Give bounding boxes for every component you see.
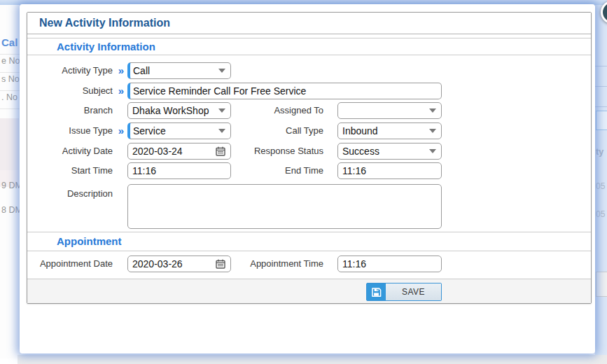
dropdown-arrow-icon [218, 69, 225, 73]
background-table-right-fragment: ty 05 05 [595, 5, 607, 355]
background-cell: 05 [596, 181, 605, 191]
background-footer-band [18, 355, 607, 364]
new-activity-dialog: New Activity Information Activity Inform… [27, 12, 592, 304]
activity-date-label: Activity Date [27, 143, 113, 160]
end-time-label: End Time [209, 162, 323, 179]
dropdown-arrow-icon [429, 129, 436, 133]
dialog-title: New Activity Information [39, 13, 170, 34]
call-type-label: Call Type [209, 122, 323, 139]
appointment-time-input[interactable] [337, 255, 442, 272]
background-column-header: Cal [1, 36, 18, 48]
background-table-left-fragment: Cal e No s No . No 9 DM 8 DM [0, 5, 20, 358]
background-cell: s No [1, 74, 20, 84]
end-time-input[interactable] [337, 162, 442, 179]
save-button[interactable]: SAVE [366, 283, 442, 301]
section-activity-information: Activity Information [27, 38, 591, 55]
modal-overlay-panel: New Activity Information Activity Inform… [20, 4, 595, 354]
appointment-date-label: Appointment Date [27, 255, 113, 272]
response-status-value: Success [342, 146, 425, 157]
branch-value: Dhaka WorkShop [132, 105, 214, 116]
dropdown-arrow-icon [429, 149, 436, 153]
background-column-header: ty [596, 147, 603, 157]
dialog-footer: SAVE [27, 279, 591, 303]
description-label: Description [27, 186, 113, 202]
required-marker-icon: » [116, 62, 127, 79]
background-table-row-band [0, 118, 19, 170]
required-marker-icon: » [116, 83, 127, 99]
subject-input[interactable] [127, 83, 442, 99]
activity-date-value: 2020-03-24 [132, 146, 211, 157]
start-time-label: Start Time [27, 162, 113, 179]
appointment-time-label: Appointment Time [209, 255, 323, 272]
required-marker-icon: » [116, 122, 127, 139]
activity-type-value: Call [133, 65, 214, 76]
background-cell: 05 [596, 209, 605, 219]
response-status-select[interactable]: Success [337, 143, 442, 160]
call-type-value: Inbound [342, 125, 425, 136]
issue-type-label: Issue Type [27, 122, 113, 139]
call-type-select[interactable]: Inbound [337, 122, 442, 139]
description-textarea[interactable] [127, 184, 442, 229]
activity-type-select[interactable]: Call [127, 62, 231, 79]
background-cell: . No [1, 92, 18, 102]
background-input-fragment [596, 111, 607, 130]
save-button-label: SAVE [386, 284, 441, 300]
branch-label: Branch [27, 102, 113, 119]
section-activity-information-title: Activity Information [57, 38, 155, 55]
activity-type-label: Activity Type [27, 62, 113, 79]
background-cell: e No [1, 56, 20, 66]
assigned-to-select[interactable] [337, 102, 442, 119]
page: { "dialog": { "title": "New Activity Inf… [0, 0, 607, 364]
response-status-label: Response Status [209, 143, 323, 160]
dialog-title-bar: New Activity Information [27, 13, 591, 34]
subject-label: Subject [27, 83, 113, 99]
issue-type-value: Service [133, 125, 214, 136]
appointment-date-value: 2020-03-26 [132, 258, 211, 270]
background-button-fragment [596, 272, 607, 297]
dropdown-arrow-icon [429, 108, 436, 113]
save-icon [367, 284, 386, 300]
section-appointment: Appointment [27, 232, 591, 251]
section-appointment-title: Appointment [57, 232, 121, 251]
assigned-to-label: Assigned To [209, 102, 323, 119]
